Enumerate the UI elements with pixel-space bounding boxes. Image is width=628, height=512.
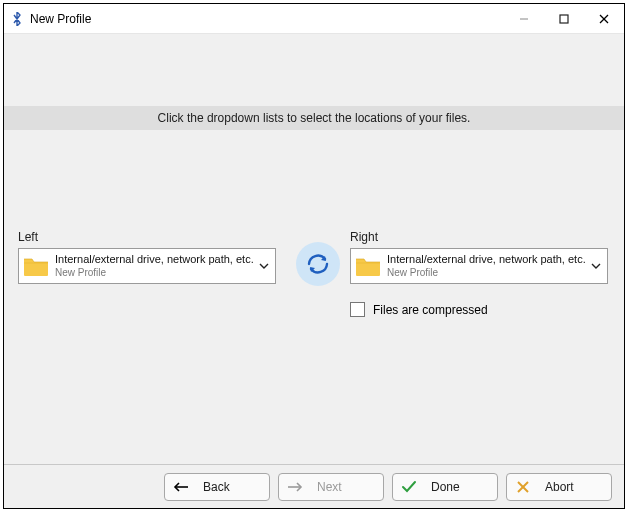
maximize-button[interactable] bbox=[544, 4, 584, 33]
window-controls bbox=[504, 4, 624, 33]
arrow-left-icon bbox=[173, 481, 189, 493]
left-location-text: Internal/external drive, network path, e… bbox=[55, 253, 257, 278]
folder-icon bbox=[23, 255, 49, 277]
content-area: Click the dropdown lists to select the l… bbox=[4, 34, 624, 464]
next-label: Next bbox=[317, 480, 342, 494]
footer: Back Next Done Abort bbox=[4, 464, 624, 508]
left-location-sub: New Profile bbox=[55, 267, 257, 279]
chevron-down-icon bbox=[257, 261, 271, 271]
abort-label: Abort bbox=[545, 480, 574, 494]
left-panel-label: Left bbox=[18, 230, 38, 244]
done-label: Done bbox=[431, 480, 460, 494]
hint-bar: Click the dropdown lists to select the l… bbox=[4, 106, 624, 130]
right-location-dropdown[interactable]: Internal/external drive, network path, e… bbox=[350, 248, 608, 284]
left-location-dropdown[interactable]: Internal/external drive, network path, e… bbox=[18, 248, 276, 284]
back-label: Back bbox=[203, 480, 230, 494]
right-location-text: Internal/external drive, network path, e… bbox=[387, 253, 589, 278]
check-icon bbox=[401, 480, 417, 494]
arrow-right-icon bbox=[287, 481, 303, 493]
sync-icon bbox=[296, 242, 340, 286]
folder-icon bbox=[355, 255, 381, 277]
right-location-sub: New Profile bbox=[387, 267, 589, 279]
done-button[interactable]: Done bbox=[392, 473, 498, 501]
right-panel-label: Right bbox=[350, 230, 378, 244]
left-location-main: Internal/external drive, network path, e… bbox=[55, 253, 257, 266]
next-button[interactable]: Next bbox=[278, 473, 384, 501]
compressed-row: Files are compressed bbox=[350, 302, 488, 317]
hint-text: Click the dropdown lists to select the l… bbox=[158, 111, 471, 125]
compressed-label: Files are compressed bbox=[373, 303, 488, 317]
right-location-main: Internal/external drive, network path, e… bbox=[387, 253, 589, 266]
titlebar: New Profile bbox=[4, 4, 624, 34]
window-frame: New Profile Click the dropdown lists to … bbox=[3, 3, 625, 509]
abort-button[interactable]: Abort bbox=[506, 473, 612, 501]
svg-rect-1 bbox=[560, 15, 568, 23]
app-icon bbox=[10, 12, 24, 26]
compressed-checkbox[interactable] bbox=[350, 302, 365, 317]
cross-icon bbox=[515, 480, 531, 494]
back-button[interactable]: Back bbox=[164, 473, 270, 501]
chevron-down-icon bbox=[589, 261, 603, 271]
minimize-button[interactable] bbox=[504, 4, 544, 33]
window-title: New Profile bbox=[30, 12, 91, 26]
close-button[interactable] bbox=[584, 4, 624, 33]
